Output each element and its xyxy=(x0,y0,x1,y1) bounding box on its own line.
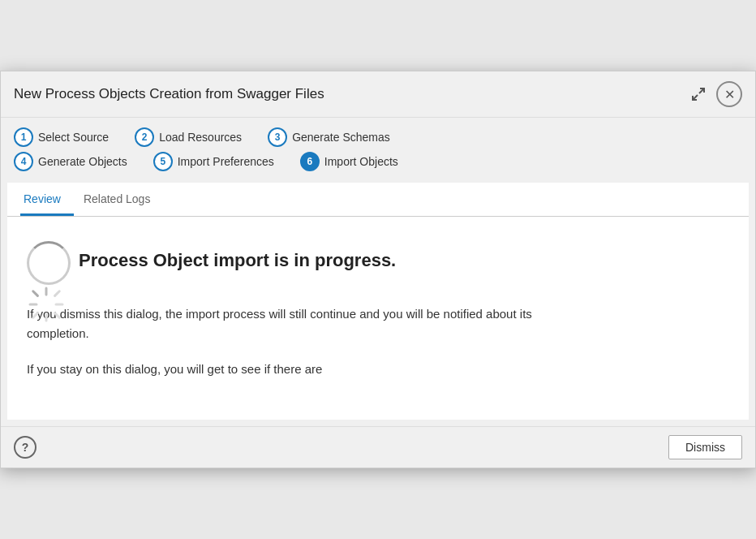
loading-spinner xyxy=(27,241,66,280)
step-5-label: Import Preferences xyxy=(178,155,274,168)
title-actions: ✕ xyxy=(687,81,742,107)
steps-row-1: 1 Select Source 2 Load Resources 3 Gener… xyxy=(14,127,742,147)
step-2-circle: 2 xyxy=(135,127,154,147)
steps-row-2: 4 Generate Objects 5 Import Preferences … xyxy=(14,152,742,171)
close-button[interactable]: ✕ xyxy=(716,81,742,107)
svg-line-6 xyxy=(33,291,38,296)
step-5-circle: 5 xyxy=(153,152,173,171)
close-icon: ✕ xyxy=(724,87,735,102)
tab-review[interactable]: Review xyxy=(20,183,74,216)
title-bar: New Process Objects Creation from Swagge… xyxy=(1,71,755,118)
step-3: 3 Generate Schemas xyxy=(268,127,390,147)
step-2: 2 Load Resources xyxy=(135,127,242,147)
message-1: If you dismiss this dialog, the import p… xyxy=(27,304,578,343)
step-1: 1 Select Source xyxy=(14,127,109,147)
dismiss-button[interactable]: Dismiss xyxy=(668,435,742,459)
step-4: 4 Generate Objects xyxy=(14,152,127,171)
dialog-title: New Process Objects Creation from Swagge… xyxy=(14,86,324,102)
step-1-circle: 1 xyxy=(14,127,33,147)
svg-line-9 xyxy=(33,313,38,318)
tab-content-review: Process Object import is in progress. If… xyxy=(7,217,749,420)
step-1-label: Select Source xyxy=(38,131,109,144)
step-6: 6 Import Objects xyxy=(300,152,398,171)
svg-line-8 xyxy=(55,291,60,296)
step-4-label: Generate Objects xyxy=(38,155,127,168)
main-dialog: New Process Objects Creation from Swagge… xyxy=(0,71,756,468)
tabs-bar: Review Related Logs xyxy=(7,183,749,217)
step-4-circle: 4 xyxy=(14,152,33,171)
step-3-circle: 3 xyxy=(268,127,287,147)
message-2: If you stay on this dialog, you will get… xyxy=(27,360,578,379)
steps-area: 1 Select Source 2 Load Resources 3 Gener… xyxy=(1,118,755,183)
footer: ? Dismiss xyxy=(1,426,755,468)
help-icon: ? xyxy=(22,441,29,454)
step-6-label: Import Objects xyxy=(324,155,398,168)
tab-related-logs[interactable]: Related Logs xyxy=(80,183,164,216)
expand-button[interactable] xyxy=(687,83,710,106)
content-area: Review Related Logs xyxy=(7,183,749,420)
progress-title: Process Object import is in progress. xyxy=(79,250,396,271)
step-6-circle: 6 xyxy=(300,152,320,171)
step-3-label: Generate Schemas xyxy=(292,131,390,144)
step-2-label: Load Resources xyxy=(159,131,242,144)
help-button[interactable]: ? xyxy=(14,436,37,459)
step-5: 5 Import Preferences xyxy=(153,152,274,171)
progress-section: Process Object import is in progress. xyxy=(27,241,729,280)
svg-line-7 xyxy=(55,313,60,318)
